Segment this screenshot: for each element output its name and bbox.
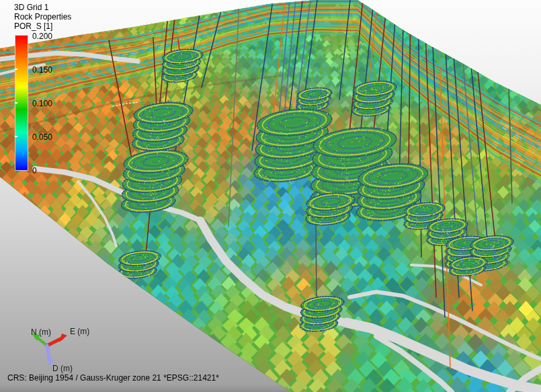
colorbar-tick: [15, 102, 17, 104]
colorbar-tick: [15, 136, 17, 137]
crs-status: CRS: Beijing 1954 / Gauss-Kruger zone 21…: [7, 373, 219, 383]
east-axis-label: E (m): [70, 327, 89, 336]
colorbar-label: 0.150: [32, 65, 62, 75]
colorbar-label: 0.100: [32, 99, 62, 108]
orientation-compass: N (m) E (m) D (m): [15, 325, 109, 378]
colorbar-label-min: 0: [32, 166, 62, 175]
down-axis-icon: [46, 346, 54, 366]
property-label: POR_S [1]: [14, 22, 71, 31]
colorbar-label: 0.050: [32, 132, 62, 142]
colorbar: 0.200 0.150 0.100 0.050 0: [15, 35, 28, 171]
color-legend: 3D Grid 1 Rock Properties POR_S [1] 0.20…: [14, 3, 71, 31]
down-axis-label: D (m): [52, 364, 73, 373]
3d-window: 3D Grid 1 Rock Properties POR_S [1] 0.20…: [0, 0, 541, 392]
north-axis-label: N (m): [31, 327, 51, 337]
category-label: Rock Properties: [14, 12, 71, 22]
colorbar-label-max: 0.200: [32, 32, 62, 41]
grid-name-label: 3D Grid 1: [14, 3, 71, 12]
colorbar-tick: [15, 69, 17, 70]
